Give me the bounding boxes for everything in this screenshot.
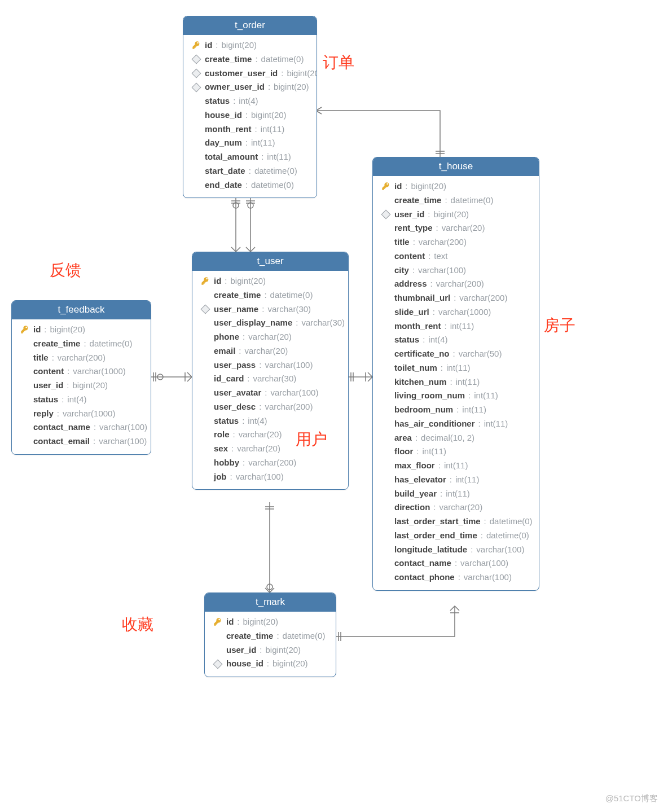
field-colon: : [249,164,251,178]
field-type: varchar(200) [436,277,484,291]
field-name: create_time [214,288,261,302]
field-name: create_time [33,337,80,351]
field-colon: : [247,372,249,386]
field-name: bedroom_num [394,403,453,417]
primary-key-icon [213,617,223,626]
field-type: datetime(0) [261,52,304,67]
field-row: contact_email: varchar(100) [17,434,145,449]
field-colon: : [454,291,456,305]
field-colon: : [296,316,298,330]
field-name: total_amount [205,150,258,164]
field-colon: : [67,365,69,379]
entity-title: t_house [373,157,539,176]
field-colon: : [245,136,248,150]
field-row: has_air_conditioner: int(11) [379,417,533,431]
field-name: user_pass [214,358,256,372]
field-name: owner_user_id [205,80,265,94]
field-type: int(11) [484,417,508,431]
field-name: status [205,94,230,108]
entity-t_order: t_orderid: bigint(20)create_time: dateti… [183,16,317,198]
field-type: int(11) [446,361,471,375]
field-type: varchar(20) [239,428,282,442]
field-type: int(11) [261,122,285,137]
field-colon: : [455,556,457,570]
field-colon: : [430,277,433,291]
field-type: datetime(0) [251,178,294,192]
field-name: contact_name [33,420,90,434]
field-name: customer_user_id [205,67,278,81]
field-colon: : [458,570,460,585]
field-type: varchar(1000) [73,365,125,379]
field-colon: : [94,420,96,434]
field-name: job [214,470,227,484]
field-colon: : [233,94,235,108]
field-name: user_id [226,643,256,657]
primary-key-icon [191,41,201,50]
field-type: varchar(50) [459,347,502,361]
field-colon: : [405,179,407,194]
field-name: house_id [205,108,242,122]
field-name: direction [394,501,430,515]
field-colon: : [484,515,486,529]
field-name: create_time [205,52,252,67]
field-type: int(11) [446,487,470,501]
entity-fields: id: bigint(20)create_time: datetime(0)us… [192,271,348,489]
field-name: status [394,333,419,347]
field-row: day_num: int(11) [189,136,311,150]
field-name: longitude_latitude [394,543,467,557]
field-name: role [214,428,230,442]
field-row: longitude_latitude: varchar(100) [379,543,533,557]
field-name: month_rent [205,122,252,137]
field-name: email [214,344,235,358]
field-row: user_avatar: varchar(100) [198,386,342,400]
field-type: varchar(30) [253,372,297,386]
svg-point-1 [248,203,253,208]
field-name: user_avatar [214,386,261,400]
field-colon: : [67,379,69,393]
entity-title: t_feedback [12,301,151,319]
field-type: datetime(0) [451,194,494,208]
field-row: title: varchar(200) [379,235,533,249]
entity-fields: id: bigint(20)create_time: datetime(0)ti… [12,319,151,454]
field-name: address [394,277,427,291]
field-name: title [394,235,410,249]
field-name: user_id [394,208,424,222]
field-colon: : [265,386,267,400]
field-type: int(11) [450,319,474,333]
entity-fields: id: bigint(20)create_time: datetime(0)cu… [183,35,317,197]
field-row: create_time: datetime(0) [379,194,533,208]
field-name: slide_url [394,305,429,319]
field-type: varchar(200) [265,400,313,414]
field-colon: : [438,459,441,473]
field-row: month_rent: int(11) [189,122,311,137]
svg-point-2 [157,374,163,380]
field-colon: : [52,351,54,365]
field-type: bigint(20) [243,615,279,629]
field-colon: : [243,456,245,470]
field-row: area: decimal(10, 2) [379,431,533,445]
field-row: build_year: int(11) [379,487,533,501]
field-name: area [394,431,412,445]
field-colon: : [259,400,261,414]
field-colon: : [261,150,263,164]
field-row: create_time: datetime(0) [210,629,330,643]
field-type: varchar(1000) [63,407,115,421]
field-name: id [33,323,41,337]
field-type: bigint(20) [231,274,266,288]
field-colon: : [231,442,234,456]
field-row: has_elevator: int(11) [379,473,533,487]
field-colon: : [259,358,261,372]
field-type: varchar(100) [265,358,313,372]
field-type: varchar(100) [476,543,524,557]
field-row: city: varchar(100) [379,264,533,278]
field-type: decimal(10, 2) [421,431,474,445]
field-colon: : [450,473,452,487]
field-name: city [394,264,409,278]
field-type: bigint(20) [434,208,469,222]
field-name: start_date [205,164,245,178]
field-name: id [214,274,221,288]
field-name: certificate_no [394,347,450,361]
field-type: varchar(1000) [438,305,491,319]
field-type: datetime(0) [486,529,529,543]
field-type: int(11) [455,473,480,487]
